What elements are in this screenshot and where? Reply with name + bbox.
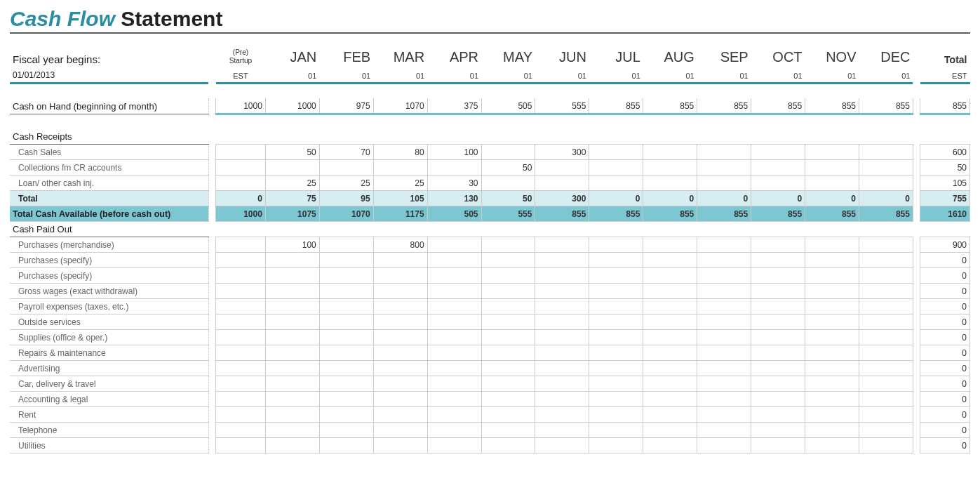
cell[interactable]: [751, 314, 805, 329]
cell[interactable]: [535, 283, 589, 298]
cell[interactable]: 25: [373, 175, 427, 190]
cell[interactable]: [216, 252, 266, 267]
cell[interactable]: 50: [265, 144, 319, 159]
cell[interactable]: [859, 422, 913, 437]
cell[interactable]: [427, 237, 481, 252]
cell[interactable]: [265, 314, 319, 329]
cell[interactable]: [751, 252, 805, 267]
cell[interactable]: [859, 159, 913, 175]
cell[interactable]: [751, 329, 805, 345]
cell[interactable]: [859, 391, 913, 406]
cell[interactable]: [481, 329, 535, 345]
cell[interactable]: [751, 391, 805, 406]
cell[interactable]: [481, 406, 535, 422]
cell[interactable]: [481, 391, 535, 406]
cell[interactable]: 300: [535, 144, 589, 159]
cell[interactable]: [697, 391, 751, 406]
cell[interactable]: [427, 298, 481, 314]
cell[interactable]: [216, 422, 266, 437]
cell[interactable]: [373, 314, 427, 329]
cell[interactable]: [319, 391, 373, 406]
cell[interactable]: [216, 159, 266, 175]
cell[interactable]: [589, 406, 643, 422]
cell[interactable]: [216, 314, 266, 329]
cell[interactable]: [805, 360, 859, 376]
cell[interactable]: [589, 376, 643, 391]
cell[interactable]: [216, 376, 266, 391]
cell[interactable]: [535, 391, 589, 406]
cell[interactable]: [265, 298, 319, 314]
cell[interactable]: [373, 360, 427, 376]
cell[interactable]: [373, 391, 427, 406]
cell[interactable]: [319, 283, 373, 298]
cell[interactable]: [319, 422, 373, 437]
cell[interactable]: [373, 267, 427, 283]
cell[interactable]: [427, 391, 481, 406]
cell[interactable]: [643, 283, 697, 298]
cell[interactable]: [216, 437, 266, 453]
cell-total[interactable]: 0: [920, 360, 970, 376]
cell[interactable]: [373, 376, 427, 391]
cell[interactable]: [373, 406, 427, 422]
cell[interactable]: [427, 267, 481, 283]
cell[interactable]: [481, 267, 535, 283]
cell[interactable]: [319, 329, 373, 345]
cell[interactable]: [589, 329, 643, 345]
cell[interactable]: [481, 144, 535, 159]
cell[interactable]: [265, 283, 319, 298]
cell[interactable]: [216, 345, 266, 360]
cell[interactable]: [319, 437, 373, 453]
cell-total[interactable]: 0: [920, 329, 970, 345]
cell[interactable]: [589, 314, 643, 329]
cell-total[interactable]: 0: [920, 283, 970, 298]
cell[interactable]: [643, 175, 697, 190]
cell[interactable]: [643, 159, 697, 175]
cell[interactable]: [643, 345, 697, 360]
cell[interactable]: [589, 345, 643, 360]
cell-total[interactable]: 50: [920, 159, 970, 175]
cell[interactable]: [427, 406, 481, 422]
cell[interactable]: [535, 376, 589, 391]
cell[interactable]: [697, 360, 751, 376]
cell[interactable]: [697, 422, 751, 437]
cell[interactable]: [805, 283, 859, 298]
cell[interactable]: [805, 422, 859, 437]
cell[interactable]: [319, 237, 373, 252]
cell-total[interactable]: 0: [920, 437, 970, 453]
cell[interactable]: [643, 329, 697, 345]
cell[interactable]: [319, 298, 373, 314]
cell[interactable]: [751, 406, 805, 422]
cell[interactable]: [589, 159, 643, 175]
cell[interactable]: [265, 329, 319, 345]
cell[interactable]: [535, 329, 589, 345]
cell[interactable]: [751, 298, 805, 314]
cell[interactable]: [697, 329, 751, 345]
cell[interactable]: [373, 422, 427, 437]
cell[interactable]: [481, 422, 535, 437]
cell[interactable]: [535, 267, 589, 283]
cell[interactable]: [697, 159, 751, 175]
cell[interactable]: [481, 345, 535, 360]
cell[interactable]: [319, 267, 373, 283]
cell[interactable]: [265, 437, 319, 453]
cell[interactable]: [697, 298, 751, 314]
cell[interactable]: [643, 360, 697, 376]
cell-total[interactable]: 900: [920, 237, 970, 252]
cell[interactable]: [697, 175, 751, 190]
cell[interactable]: [643, 267, 697, 283]
cell[interactable]: [751, 159, 805, 175]
cell[interactable]: [427, 252, 481, 267]
cell[interactable]: [805, 298, 859, 314]
cell[interactable]: [373, 437, 427, 453]
cell[interactable]: [643, 298, 697, 314]
cell[interactable]: [481, 360, 535, 376]
cell-total[interactable]: 0: [920, 376, 970, 391]
cell[interactable]: [319, 376, 373, 391]
cell[interactable]: [859, 267, 913, 283]
cell[interactable]: [265, 406, 319, 422]
cell[interactable]: [751, 237, 805, 252]
cell[interactable]: [265, 376, 319, 391]
cell-total[interactable]: 0: [920, 345, 970, 360]
cell[interactable]: [216, 283, 266, 298]
cell[interactable]: [697, 376, 751, 391]
